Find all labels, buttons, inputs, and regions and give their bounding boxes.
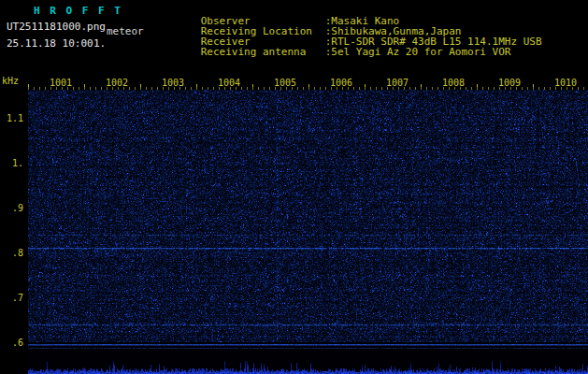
station-info: Observer:Masaki Kano Receiving Location:… [164, 6, 588, 47]
spectrogram-canvas [28, 90, 588, 374]
freq-tick-0p8: .8 [0, 248, 23, 258]
observation-name: meteor [107, 25, 144, 37]
freq-tick-1p0: 1. [0, 158, 23, 168]
hrofft-window: H R O F F T UT2511181000.png meteor 25.1… [0, 0, 588, 374]
freq-tick-1p1: 1.1 [0, 113, 23, 123]
freq-tick-0p6: .6 [0, 338, 23, 348]
freq-tick-0p9: .9 [0, 203, 23, 213]
count-label: 1. [93, 37, 106, 50]
antenna-label: Receiving antenna [201, 47, 325, 57]
antenna-value: :5el Yagi Az 20 for Aomori VOR [325, 47, 511, 57]
observer-row: Observer:Masaki Kano [164, 6, 588, 16]
app-title: H R O F F T [34, 5, 122, 17]
freq-tick-0p7: .7 [0, 293, 23, 303]
freq-axis: 1.1 1. .9 .8 .7 .6 [0, 0, 25, 374]
